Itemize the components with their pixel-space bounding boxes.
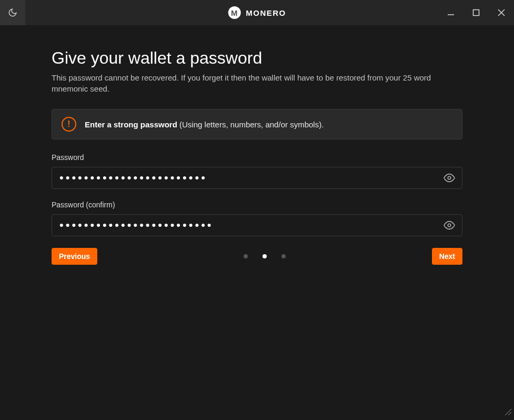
maximize-button[interactable] xyxy=(463,0,489,25)
previous-button[interactable]: Previous xyxy=(52,248,97,265)
password-confirm-input-wrap xyxy=(52,214,462,236)
warning-icon: ! xyxy=(62,117,76,132)
password-input[interactable] xyxy=(52,167,462,189)
resize-handle[interactable] xyxy=(505,408,512,418)
svg-rect-1 xyxy=(473,10,479,16)
svg-point-5 xyxy=(448,224,451,227)
maximize-icon xyxy=(472,9,480,16)
close-button[interactable] xyxy=(489,0,514,25)
nav-row: Previous Next xyxy=(52,248,462,265)
warning-box: ! Enter a strong password (Using letters… xyxy=(52,109,462,139)
svg-line-7 xyxy=(508,412,511,415)
step-dot-3[interactable] xyxy=(281,254,286,258)
eye-icon xyxy=(444,219,455,231)
svg-point-4 xyxy=(448,176,451,179)
next-button[interactable]: Next xyxy=(432,248,462,265)
content-area: Give your wallet a password This passwor… xyxy=(0,25,514,265)
minimize-icon xyxy=(447,9,455,16)
page-subheading: This password cannot be recovered. If yo… xyxy=(52,72,462,94)
warning-strong: Enter a strong password xyxy=(85,120,177,129)
app-title: MONERO xyxy=(246,8,286,17)
password-confirm-label: Password (confirm) xyxy=(52,201,462,209)
warning-rest: (Using letters, numbers, and/or symbols)… xyxy=(177,120,324,129)
password-confirm-input[interactable] xyxy=(52,214,462,236)
password-confirm-visibility-toggle[interactable] xyxy=(441,217,457,233)
password-input-wrap xyxy=(52,167,462,189)
window-controls xyxy=(438,0,514,25)
minimize-button[interactable] xyxy=(438,0,463,25)
close-icon xyxy=(498,9,505,16)
step-dot-1[interactable] xyxy=(244,254,248,258)
resize-icon xyxy=(505,408,512,416)
warning-text: Enter a strong password (Using letters, … xyxy=(85,120,324,129)
monero-logo-icon: M xyxy=(228,6,240,19)
moon-icon xyxy=(8,8,17,17)
title-center: M MONERO xyxy=(228,6,286,19)
password-visibility-toggle[interactable] xyxy=(441,170,457,186)
step-dots xyxy=(244,254,286,258)
svg-line-6 xyxy=(505,409,511,415)
eye-icon xyxy=(444,172,455,184)
step-dot-2[interactable] xyxy=(263,254,267,258)
theme-toggle-button[interactable] xyxy=(0,0,25,25)
titlebar: M MONERO xyxy=(0,0,514,25)
password-label: Password xyxy=(52,153,462,162)
page-heading: Give your wallet a password xyxy=(52,48,462,68)
